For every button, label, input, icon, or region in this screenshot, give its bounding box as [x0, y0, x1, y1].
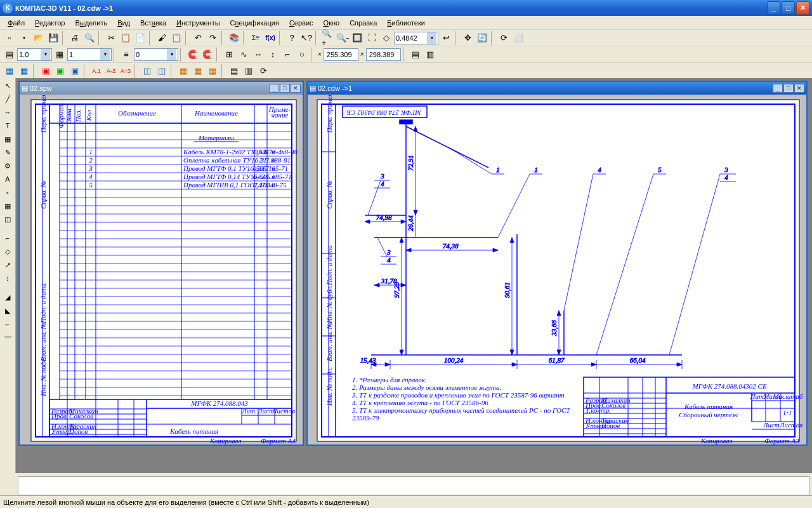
lt-param[interactable]: ⚙ — [1, 159, 14, 172]
cdw-content[interactable]: Перв. примен. Справ. № Подп. и дата Инв.… — [308, 95, 806, 444]
e16-button[interactable]: ⟳ — [256, 64, 270, 78]
menu-tools[interactable]: Инструменты — [171, 17, 225, 29]
rotate-button[interactable]: 🔄 — [475, 31, 489, 45]
layer-icon[interactable]: ▦ — [53, 48, 67, 62]
lt-text[interactable]: Т — [1, 119, 14, 132]
snap1-button[interactable]: 🧲 — [186, 48, 200, 62]
spw-titlebar[interactable]: ▤ 02.spw _ □ ✕ — [20, 82, 303, 95]
refresh-button[interactable]: ⟳ — [497, 31, 511, 45]
param1-button[interactable]: ⊞ — [222, 48, 236, 62]
undo-button[interactable]: ↶ — [191, 31, 205, 45]
whatsthis-button[interactable]: ↖? — [299, 31, 313, 45]
zoomfit-button[interactable]: ⛶ — [365, 31, 379, 45]
zoomwin-button[interactable]: 🔲 — [350, 31, 364, 45]
fx-button[interactable]: f(x) — [263, 31, 277, 45]
lt-s2[interactable]: ◇ — [1, 245, 14, 258]
save-button[interactable]: 💾 — [46, 31, 60, 45]
menu-file[interactable]: Файл — [3, 17, 30, 29]
lt-c1[interactable]: ◢ — [1, 291, 14, 304]
lt-c3[interactable]: ⌐ — [1, 318, 14, 330]
e13-button[interactable]: ▦ — [206, 64, 219, 78]
style-combo[interactable]: 0▾ — [134, 48, 178, 61]
e3-button[interactable]: ▣ — [39, 64, 53, 78]
snap2-button[interactable]: 🧲 — [200, 48, 214, 62]
minimize-button[interactable]: _ — [767, 1, 780, 15]
lt-line[interactable]: ╱ — [1, 93, 14, 105]
cut-button[interactable]: ✂ — [104, 31, 118, 45]
cdw-max[interactable]: □ — [783, 84, 794, 93]
e4-button[interactable]: ▣ — [53, 64, 67, 78]
preview-button[interactable]: 🔍 — [82, 31, 96, 45]
e8-button[interactable]: A=3 — [119, 64, 133, 78]
lt-s3[interactable]: ↗ — [1, 258, 14, 271]
status-icon[interactable]: ▤ — [3, 48, 16, 62]
e11-button[interactable]: ▦ — [176, 64, 190, 78]
redraw-button[interactable]: ⬜ — [511, 31, 525, 45]
menu-service[interactable]: Сервис — [284, 17, 318, 29]
coord-y-input[interactable] — [366, 48, 401, 61]
e6-button[interactable]: A.1 — [89, 64, 103, 78]
spw-close[interactable]: ✕ — [291, 84, 301, 93]
zoomsel-button[interactable]: ◇ — [379, 31, 393, 45]
layer-combo[interactable]: 1▾ — [67, 48, 112, 61]
zoomout-button[interactable]: 🔍- — [336, 31, 350, 45]
lt-s4[interactable]: ↕ — [1, 272, 14, 284]
doc1-button[interactable]: ▤ — [409, 48, 422, 62]
close-button[interactable]: ✕ — [796, 1, 809, 15]
style-icon[interactable]: ≡ — [119, 48, 133, 62]
lt-c4[interactable]: 〰 — [1, 331, 14, 344]
new-dropdown[interactable]: ▾ — [17, 31, 31, 45]
lt-e1[interactable]: ▪ — [1, 186, 14, 199]
spw-min[interactable]: _ — [269, 84, 279, 93]
e1-button[interactable]: ▦ — [3, 64, 16, 78]
menu-spec[interactable]: Спецификация — [225, 17, 284, 29]
print-button[interactable]: 🖨 — [68, 31, 82, 45]
coord-x-input[interactable] — [324, 48, 358, 61]
lt-e3[interactable]: ◫ — [1, 213, 14, 225]
zoomprev-button[interactable]: ↩ — [439, 31, 453, 45]
properties-button[interactable]: 📋 — [169, 31, 183, 45]
e15-button[interactable]: ▥ — [242, 64, 256, 78]
ortho-button[interactable]: ⌐ — [280, 48, 294, 62]
paste-button[interactable]: 📄 — [133, 31, 147, 45]
cdw-titlebar[interactable]: ▤ 02.cdw ->1 _ □ ✕ — [308, 82, 806, 95]
e2-button[interactable]: ▦ — [17, 64, 31, 78]
menu-libs[interactable]: Библиотеки — [382, 17, 430, 29]
doc2-button[interactable]: ▥ — [423, 48, 437, 62]
e9-button[interactable]: ◫ — [140, 64, 154, 78]
lt-e2[interactable]: ▦ — [1, 199, 14, 212]
command-bar[interactable] — [18, 476, 809, 495]
cdw-min[interactable]: _ — [773, 84, 783, 93]
lt-meas[interactable]: A — [1, 173, 14, 185]
maximize-button[interactable]: □ — [782, 1, 795, 15]
zoom-combo[interactable]: 0.4842▾ — [394, 32, 438, 44]
menu-insert[interactable]: Вставка — [135, 17, 171, 29]
lt-select[interactable]: ↖ — [1, 79, 14, 92]
copyprops-button[interactable]: 🖌 — [155, 31, 169, 45]
e5-button[interactable]: ▣ — [68, 64, 82, 78]
menu-editor[interactable]: Редактор — [30, 17, 70, 29]
lt-edit[interactable]: ✎ — [1, 146, 14, 159]
linewidth-combo[interactable]: 1.0▾ — [17, 48, 52, 61]
lt-s1[interactable]: ⌐ — [1, 232, 14, 244]
e7-button[interactable]: A-2 — [104, 64, 118, 78]
new-button[interactable]: ▫ — [3, 31, 16, 45]
round-button[interactable]: ○ — [295, 48, 309, 62]
lt-hatch[interactable]: ▦ — [1, 133, 14, 145]
spw-max[interactable]: □ — [280, 84, 290, 93]
lt-c2[interactable]: ◣ — [1, 304, 14, 317]
redo-button[interactable]: ↷ — [206, 31, 219, 45]
e14-button[interactable]: ▤ — [227, 64, 241, 78]
param3-button[interactable]: ↔ — [251, 48, 265, 62]
vars-button[interactable]: Σ≡ — [249, 31, 263, 45]
lt-dim[interactable]: ↔ — [1, 106, 14, 119]
help-button[interactable]: ? — [285, 31, 299, 45]
copy-button[interactable]: 📋 — [119, 31, 133, 45]
param2-button[interactable]: ∿ — [237, 48, 251, 62]
cdw-close[interactable]: ✕ — [794, 84, 804, 93]
menu-help[interactable]: Справка — [344, 17, 382, 29]
open-button[interactable]: 📂 — [32, 31, 46, 45]
zoomin-button[interactable]: 🔍+ — [321, 31, 335, 45]
param4-button[interactable]: ↕ — [266, 48, 280, 62]
e10-button[interactable]: ◫ — [155, 64, 169, 78]
